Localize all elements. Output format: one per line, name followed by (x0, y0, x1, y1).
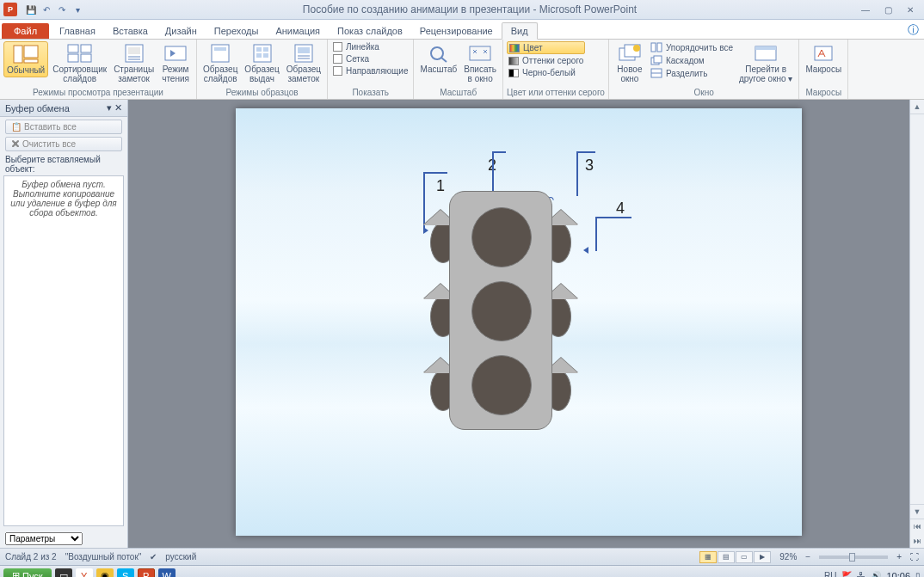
switch-window-button[interactable]: Перейти в другое окно ▾ (736, 41, 795, 85)
macros-icon (810, 43, 837, 64)
close-button[interactable]: ✕ (900, 3, 921, 16)
callout-line-3h (576, 151, 595, 153)
tab-transitions[interactable]: Переходы (206, 23, 268, 39)
taskbar-app-1[interactable]: ▭ (55, 568, 72, 578)
view-normal-button[interactable]: Обычный (3, 41, 48, 77)
label-1: 1 (436, 177, 445, 195)
zoom-button[interactable]: Масштаб (417, 41, 459, 76)
taskbar-yandex-icon[interactable]: Y (76, 568, 93, 578)
spellcheck-icon[interactable]: ✔ (150, 552, 157, 562)
view-sorter-button[interactable]: Сортировщик слайдов (50, 41, 109, 85)
group-macros-label: Макросы (803, 87, 844, 99)
normal-view-shortcut[interactable]: ▦ (699, 551, 717, 563)
group-color: Цвет Оттенки серого Черно-белый Цвет или… (503, 40, 609, 99)
maximize-button[interactable]: ▢ (878, 3, 898, 16)
arrange-all-label: Упорядочить все (666, 43, 733, 52)
tab-design[interactable]: Дизайн (157, 23, 206, 39)
fit-window-button[interactable]: Вписать в окно (461, 41, 499, 85)
help-icon[interactable]: ⓘ (908, 22, 919, 38)
clear-icon: 🗙 (11, 139, 20, 149)
taskbar-skype-icon[interactable]: S (117, 568, 134, 578)
minimize-button[interactable]: — (855, 3, 876, 16)
svg-rect-32 (654, 56, 662, 63)
tab-slideshow[interactable]: Показ слайдов (329, 23, 411, 39)
tray-lang[interactable]: RU (824, 571, 836, 577)
new-window-icon (616, 43, 644, 64)
master-slide-button[interactable]: Образец слайдов (200, 41, 240, 85)
zoom-percent[interactable]: 92% (779, 552, 797, 562)
save-icon[interactable]: 💾 (24, 3, 38, 16)
clear-all-button[interactable]: 🗙Очистить все (5, 137, 122, 151)
file-tab[interactable]: Файл (2, 23, 49, 39)
qat-dropdown-icon[interactable]: ▾ (71, 3, 84, 16)
fit-to-window-button[interactable]: ⛶ (910, 552, 919, 562)
sorter-view-shortcut[interactable]: ▤ (718, 551, 735, 563)
grayscale-mode-button[interactable]: Оттенки серого (507, 55, 585, 66)
view-reading-button[interactable]: Режим чтения (158, 41, 193, 85)
split-button[interactable]: Разделить (649, 67, 735, 79)
scroll-down-icon[interactable]: ▼ (910, 504, 924, 519)
view-normal-label: Обычный (7, 65, 45, 75)
tab-view[interactable]: Вид (502, 22, 538, 40)
ruler-checkbox[interactable]: Линейка (331, 41, 410, 52)
label-3: 3 (585, 157, 594, 175)
guides-checkbox[interactable]: Направляющие (331, 65, 410, 77)
cascade-button[interactable]: Каскадом (649, 54, 735, 66)
master-notes-button[interactable]: Образец заметок (284, 41, 323, 85)
fit-window-icon (466, 43, 494, 64)
split-label: Разделить (666, 69, 707, 78)
tab-review[interactable]: Рецензирование (411, 23, 502, 39)
macros-button[interactable]: Макросы (803, 41, 844, 76)
tray-clock[interactable]: 10:06 (886, 571, 910, 578)
reading-view-shortcut[interactable]: ▭ (736, 551, 753, 563)
tab-insert[interactable]: Вставка (104, 23, 157, 39)
arrange-all-button[interactable]: Упорядочить все (649, 41, 735, 53)
zoom-out-button[interactable]: − (805, 552, 810, 562)
start-button[interactable]: ⊞Пуск (3, 568, 52, 577)
taskpane-menu-icon[interactable]: ▾ (107, 102, 112, 113)
taskpane-controls: ▾ ✕ (107, 102, 122, 114)
taskpane-footer: Параметры (0, 530, 127, 548)
svg-rect-3 (68, 45, 78, 52)
tab-home[interactable]: Главная (51, 23, 104, 39)
tray-flag-icon[interactable]: 🚩 (841, 571, 852, 577)
tray-network-icon[interactable]: 🖧 (857, 571, 865, 577)
redo-icon[interactable]: ↷ (55, 3, 69, 16)
vertical-scrollbar[interactable]: ▲ ▼ ⏮ ⏭ (909, 100, 924, 548)
tray-show-desktop[interactable]: ▯ (915, 571, 921, 577)
svg-point-23 (431, 47, 443, 59)
paste-all-button[interactable]: 📋Вставить все (5, 120, 122, 134)
prev-slide-icon[interactable]: ⏮ (914, 522, 921, 531)
language-status[interactable]: русский (165, 552, 196, 562)
taskpane-close-icon[interactable]: ✕ (114, 102, 122, 113)
tab-animation[interactable]: Анимация (267, 23, 329, 39)
next-slide-icon[interactable]: ⏭ (914, 537, 921, 545)
taskbar-word-icon[interactable]: W (158, 568, 176, 578)
zoom-in-button[interactable]: + (896, 552, 902, 562)
taskbar-powerpoint-icon[interactable]: P (138, 568, 155, 578)
zoom-slider[interactable] (819, 556, 888, 559)
slideshow-shortcut[interactable]: ▶ (754, 551, 771, 563)
taskpane-prompt: Выберите вставляемый объект: (0, 151, 127, 175)
taskbar-chrome-icon[interactable]: ◉ (96, 568, 114, 578)
slide-canvas[interactable]: 1 2 3 ↶ 4 (236, 108, 802, 536)
view-notes-button[interactable]: Страницы заметок (111, 41, 157, 85)
lens-top (471, 207, 532, 267)
view-reading-label: Режим чтения (162, 64, 189, 83)
status-bar: Слайд 2 из 2 "Воздушный поток" ✔ русский… (0, 548, 924, 565)
scroll-track[interactable] (910, 114, 924, 504)
cascade-label: Каскадом (666, 56, 705, 65)
options-dropdown[interactable]: Параметры (5, 532, 83, 545)
grayscale-mode-label: Оттенки серого (522, 56, 583, 65)
label-4: 4 (616, 199, 625, 218)
traffic-light-shape[interactable] (449, 191, 552, 430)
color-mode-button[interactable]: Цвет (507, 41, 585, 54)
undo-icon[interactable]: ↶ (40, 3, 53, 16)
scroll-up-icon[interactable]: ▲ (910, 100, 924, 114)
new-window-button[interactable]: Новое окно (613, 41, 647, 85)
master-handout-button[interactable]: Образец выдач (242, 41, 281, 85)
grid-checkbox[interactable]: Сетка (331, 53, 410, 64)
slide-workspace[interactable]: 1 2 3 ↶ 4 (128, 100, 909, 548)
bw-mode-button[interactable]: Черно-белый (507, 67, 585, 78)
tray-volume-icon[interactable]: 🔊 (871, 571, 881, 577)
